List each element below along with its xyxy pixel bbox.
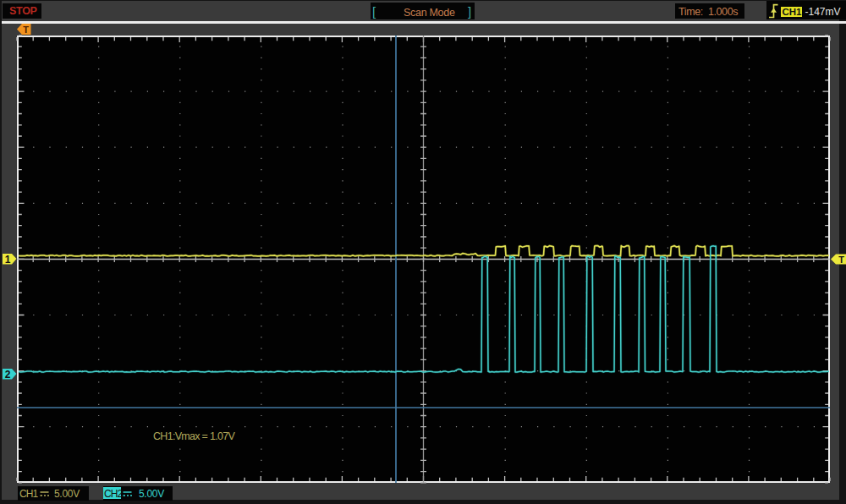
svg-text:T: T (23, 25, 29, 35)
svg-text:CH1:Vmax = 1.07V: CH1:Vmax = 1.07V (153, 430, 236, 442)
svg-text:1: 1 (5, 254, 11, 266)
svg-text:T: T (838, 255, 844, 265)
svg-text:2: 2 (5, 369, 11, 381)
